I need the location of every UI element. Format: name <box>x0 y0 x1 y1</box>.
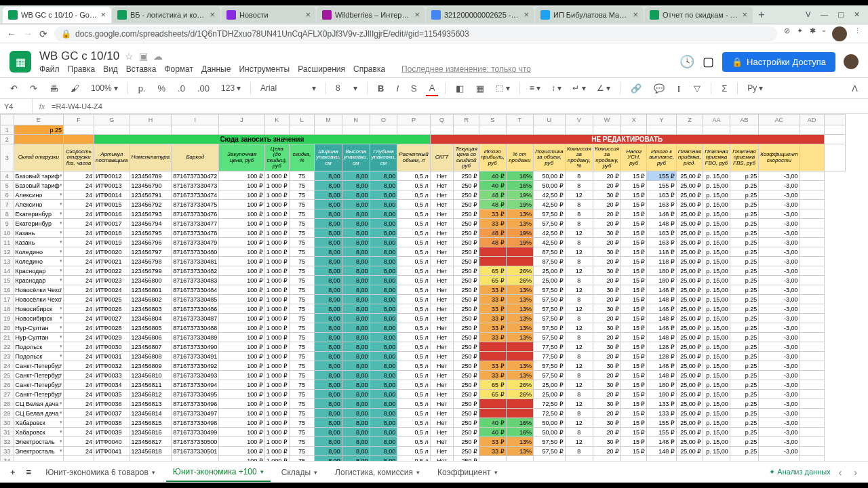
cell[interactable]: Итого прибыль, руб <box>479 144 506 171</box>
cell[interactable]: Нет <box>430 247 454 257</box>
row-header[interactable]: 32 <box>1 437 14 447</box>
cell[interactable]: 123456797 <box>130 247 172 257</box>
cell[interactable]: 25,00 ₽ <box>676 295 703 304</box>
cell[interactable]: 15 ₽ <box>620 295 646 304</box>
cell[interactable]: 148 ₽ <box>647 371 676 380</box>
cell[interactable]: ИТФ0016 <box>94 209 130 219</box>
cell[interactable]: 0,5 л <box>397 285 430 295</box>
cell[interactable]: 1 000 ₽ <box>264 247 289 257</box>
cell[interactable]: 8,00 <box>342 209 370 219</box>
cell[interactable]: 30 ₽ <box>593 380 621 390</box>
cell[interactable]: ИТФ0036 <box>94 399 130 409</box>
menu-item[interactable]: Вид <box>103 64 118 74</box>
cell[interactable]: Подольск <box>14 342 64 352</box>
cell[interactable]: 57,50 ₽ <box>533 333 565 342</box>
cell[interactable]: 75 <box>289 219 314 228</box>
cell[interactable]: р. 15,00 <box>703 171 730 181</box>
cell[interactable]: Санкт-Петербур <box>14 361 64 371</box>
row-header[interactable]: 13 <box>1 257 14 266</box>
cell[interactable]: 24 <box>64 418 94 428</box>
cell[interactable]: 8,00 <box>315 247 342 257</box>
cell[interactable]: 25,00 ₽ <box>676 276 703 285</box>
cell[interactable]: 30 ₽ <box>593 190 621 200</box>
cell[interactable]: Нет <box>430 428 454 437</box>
cell[interactable]: 25,00 ₽ <box>676 219 703 228</box>
cell[interactable]: Алексино <box>14 200 64 209</box>
cell[interactable]: -3,00 <box>759 257 800 266</box>
cell[interactable]: 1 000 ₽ <box>264 342 289 352</box>
row-header[interactable]: 23 <box>1 352 14 361</box>
cell[interactable]: 250 ₽ <box>454 209 479 219</box>
cell[interactable]: 20 ₽ <box>593 447 621 456</box>
cell[interactable]: 13% <box>506 447 533 456</box>
cell[interactable]: 15 ₽ <box>620 323 646 333</box>
cell[interactable]: 15 ₽ <box>620 257 646 266</box>
cell[interactable]: Нет <box>430 399 454 409</box>
cell[interactable]: 25,00 ₽ <box>676 209 703 219</box>
cell[interactable]: р.25 <box>730 371 758 380</box>
last-edit[interactable]: Последнее изменение: только что <box>401 64 531 74</box>
cell[interactable]: -3,00 <box>759 399 800 409</box>
bold-icon[interactable]: B <box>374 81 387 96</box>
cell[interactable]: -3,00 <box>759 390 800 399</box>
reload-icon[interactable]: ⟳ <box>39 28 47 39</box>
cell[interactable]: 8,00 <box>315 447 342 456</box>
cell[interactable]: 0,5 л <box>397 190 430 200</box>
cell[interactable]: 8,00 <box>315 409 342 418</box>
cell[interactable]: р. 15,00 <box>703 219 730 228</box>
cell[interactable]: 250 ₽ <box>454 418 479 428</box>
cell[interactable]: 8 <box>565 314 593 323</box>
col-header[interactable]: T <box>506 115 533 125</box>
cell[interactable]: 19% <box>506 228 533 238</box>
cell[interactable]: 100 ₽ <box>219 371 265 380</box>
cell[interactable]: ИТФ0014 <box>94 190 130 200</box>
cell[interactable]: 250 ₽ <box>454 295 479 304</box>
cell[interactable]: Налог УСН, руб <box>620 144 646 171</box>
cell[interactable]: 0,5 л <box>397 361 430 371</box>
cell[interactable]: 8,00 <box>315 361 342 371</box>
cell[interactable]: 24 <box>64 209 94 219</box>
all-sheets-button[interactable]: ≡ <box>23 465 35 479</box>
cell[interactable]: скидка, % <box>289 144 314 171</box>
cell[interactable]: Нет <box>430 181 454 190</box>
cell[interactable]: Нет <box>430 437 454 447</box>
cell[interactable]: 75 <box>289 181 314 190</box>
cell[interactable]: 1 000 ₽ <box>264 390 289 399</box>
cell[interactable]: 25,00 ₽ <box>533 266 565 276</box>
cell[interactable]: 75 <box>289 371 314 380</box>
cell[interactable]: 25,00 ₽ <box>676 285 703 295</box>
cell[interactable]: 8,00 <box>342 380 370 390</box>
cell[interactable]: 25,00 ₽ <box>676 447 703 456</box>
cell[interactable]: 57,50 ₽ <box>533 361 565 371</box>
cell[interactable]: 8,00 <box>315 190 342 200</box>
cell[interactable]: р. 15,00 <box>703 418 730 428</box>
cell[interactable]: р.25 <box>730 304 758 314</box>
cell[interactable]: 8 <box>565 409 593 418</box>
close-icon[interactable]: × <box>414 9 420 20</box>
cell[interactable]: 8,00 <box>342 314 370 323</box>
cell[interactable]: Нет <box>430 257 454 266</box>
cell[interactable]: р. 15,00 <box>703 437 730 447</box>
cell[interactable]: 8,00 <box>342 437 370 447</box>
cell[interactable]: 8,00 <box>315 238 342 247</box>
cell[interactable]: 123456793 <box>130 209 172 219</box>
cell[interactable]: 8,00 <box>342 428 370 437</box>
cell[interactable]: ИТФ0020 <box>94 247 130 257</box>
col-header[interactable]: M <box>315 115 342 125</box>
cell[interactable]: 148 ₽ <box>647 437 676 447</box>
cell[interactable]: 8,00 <box>315 323 342 333</box>
cell[interactable]: 148 ₽ <box>647 447 676 456</box>
cell[interactable]: р.25 <box>730 171 758 181</box>
cell[interactable]: 24 <box>64 342 94 352</box>
cell[interactable]: Нет <box>430 314 454 323</box>
cell[interactable]: 123456810 <box>130 371 172 380</box>
cell[interactable]: 12 <box>565 247 593 257</box>
cell[interactable]: 13% <box>506 304 533 314</box>
cell[interactable]: 8,00 <box>342 304 370 314</box>
cell[interactable]: 1 000 ₽ <box>264 295 289 304</box>
cell[interactable]: р. 15,00 <box>703 380 730 390</box>
cell[interactable]: Скорость отгрузки fbs, часов <box>64 144 94 171</box>
cell[interactable]: 250 ₽ <box>454 361 479 371</box>
cell[interactable]: р. 15,00 <box>703 200 730 209</box>
add-sheet-button[interactable]: + <box>7 465 19 479</box>
